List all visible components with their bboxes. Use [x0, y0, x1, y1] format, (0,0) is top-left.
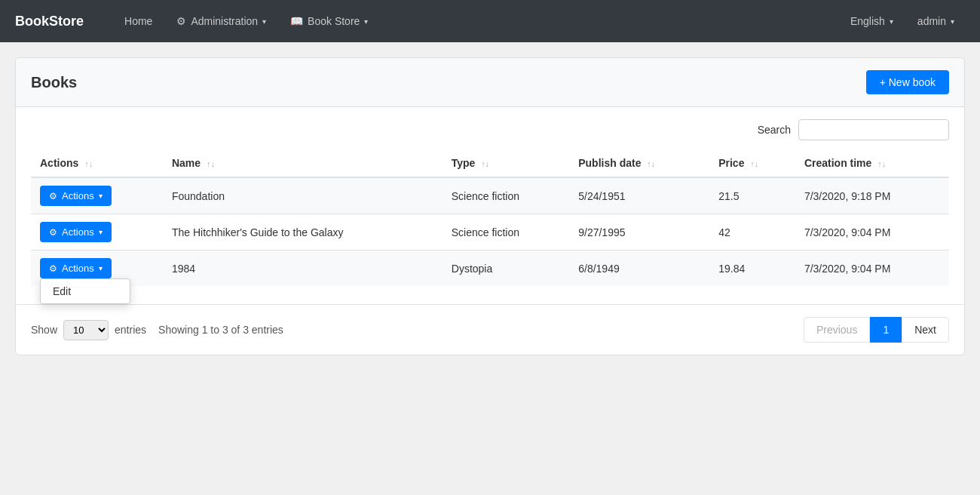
nav-home-label: Home [124, 15, 152, 27]
table-row: ⚙Actions▾EditThe Hitchhiker's Guide to t… [31, 214, 949, 251]
col-publish-date: Publish date ↑↓ [569, 149, 709, 177]
actions-label: Actions [62, 226, 94, 238]
nav-administration[interactable]: ⚙ Administration ▾ [166, 9, 277, 33]
books-table: Actions ↑↓ Name ↑↓ Type ↑↓ Publish dat [31, 149, 949, 286]
cell-type: Science fiction [443, 214, 569, 251]
cell-name: Foundation [163, 177, 443, 214]
actions-caret-icon: ▾ [99, 264, 103, 272]
brand-link[interactable]: BookStore [15, 14, 84, 29]
cell-name: The Hitchhiker's Guide to the Galaxy [163, 214, 443, 251]
sort-creation-icon[interactable]: ↑↓ [877, 159, 886, 168]
card-body: Search Actions ↑↓ Name ↑↓ [16, 107, 964, 298]
nav-right: English ▾ admin ▾ [840, 9, 965, 33]
cell-publish_date: 6/8/1949 [569, 251, 709, 287]
dropdown-item-edit[interactable]: Edit [41, 279, 130, 303]
cell-type: Dystopia [443, 251, 569, 287]
page-title: Books [31, 74, 77, 91]
col-creation-time: Creation time ↑↓ [795, 149, 949, 177]
main-content: Books + New book Search Actions ↑↓ [0, 42, 980, 370]
page-1-button[interactable]: 1 [870, 317, 902, 343]
cell-name: 1984 [163, 251, 443, 287]
table-footer: Show 10 25 50 100 entries Showing 1 to 3… [16, 304, 964, 355]
admin-caret-icon: ▾ [951, 17, 954, 26]
actions-dropdown-wrapper: ⚙Actions▾Edit [40, 186, 112, 206]
sort-date-icon[interactable]: ↑↓ [647, 159, 655, 168]
actions-cell: ⚙Actions▾Edit [31, 177, 163, 214]
pagination: Previous 1 Next [804, 317, 949, 343]
sort-name-icon[interactable]: ↑↓ [207, 159, 215, 168]
bookstore-caret-icon: ▾ [364, 17, 368, 26]
nav-language[interactable]: English ▾ [840, 9, 904, 33]
sort-type-icon[interactable]: ↑↓ [481, 159, 489, 168]
search-input[interactable] [798, 119, 949, 140]
nav-links: Home ⚙ Administration ▾ 📖 Book Store ▾ [114, 9, 822, 33]
cell-creation_time: 7/3/2020, 9:04 PM [795, 251, 949, 287]
col-name: Name ↑↓ [163, 149, 443, 177]
nav-administration-label: Administration [191, 15, 258, 27]
actions-dropdown-wrapper: ⚙Actions▾Edit [40, 222, 112, 242]
language-caret-icon: ▾ [890, 17, 893, 26]
col-price: Price ↑↓ [709, 149, 795, 177]
nav-admin-label: admin [917, 15, 946, 27]
actions-label: Actions [62, 190, 94, 201]
actions-dropdown-menu: Edit [40, 278, 130, 304]
nav-language-label: English [850, 15, 885, 27]
show-entries: Show 10 25 50 100 entries [31, 320, 146, 340]
cell-price: 42 [709, 214, 795, 251]
actions-dropdown-wrapper: ⚙Actions▾Edit [40, 258, 112, 278]
actions-caret-icon: ▾ [99, 228, 103, 236]
nav-admin[interactable]: admin ▾ [907, 9, 965, 33]
cell-type: Science fiction [443, 177, 569, 214]
card-header: Books + New book [16, 58, 964, 107]
table-row: ⚙Actions▾Edit1984Dystopia6/8/194919.847/… [31, 251, 949, 287]
actions-cell: ⚙Actions▾Edit [31, 251, 163, 287]
actions-button[interactable]: ⚙Actions▾ [40, 222, 112, 242]
book-icon: 📖 [290, 15, 303, 27]
sort-actions-icon[interactable]: ↑↓ [84, 159, 93, 168]
entries-select[interactable]: 10 25 50 100 [63, 320, 109, 340]
navbar: BookStore Home ⚙ Administration ▾ 📖 Book… [0, 0, 980, 42]
entries-label: entries [115, 324, 146, 336]
left-footer: Show 10 25 50 100 entries Showing 1 to 3… [31, 320, 283, 340]
previous-button[interactable]: Previous [804, 317, 870, 343]
col-actions: Actions ↑↓ [31, 149, 163, 177]
cell-publish_date: 5/24/1951 [569, 177, 709, 214]
sort-price-icon[interactable]: ↑↓ [750, 159, 758, 168]
cell-price: 21.5 [709, 177, 795, 214]
administration-caret-icon: ▾ [262, 17, 266, 26]
gear-icon: ⚙ [49, 191, 57, 201]
show-label: Show [31, 324, 57, 336]
nav-bookstore[interactable]: 📖 Book Store ▾ [280, 9, 378, 33]
gear-icon: ⚙ [49, 227, 57, 238]
actions-button[interactable]: ⚙Actions▾ [40, 258, 112, 278]
new-book-button[interactable]: + New book [866, 70, 949, 94]
actions-caret-icon: ▾ [99, 192, 103, 200]
actions-button[interactable]: ⚙Actions▾ [40, 186, 112, 206]
search-row: Search [31, 119, 949, 140]
nav-home[interactable]: Home [114, 9, 163, 33]
search-label: Search [758, 124, 791, 136]
col-type: Type ↑↓ [443, 149, 569, 177]
next-button[interactable]: Next [902, 317, 949, 343]
actions-cell: ⚙Actions▾Edit [31, 214, 163, 251]
gear-icon: ⚙ [49, 263, 57, 274]
cell-creation_time: 7/3/2020, 9:04 PM [795, 214, 949, 251]
books-card: Books + New book Search Actions ↑↓ [15, 57, 965, 355]
cell-creation_time: 7/3/2020, 9:18 PM [795, 177, 949, 214]
nav-bookstore-label: Book Store [308, 15, 360, 27]
table-row: ⚙Actions▾EditFoundationScience fiction5/… [31, 177, 949, 214]
cell-publish_date: 9/27/1995 [569, 214, 709, 251]
table-body: ⚙Actions▾EditFoundationScience fiction5/… [31, 177, 949, 286]
showing-text: Showing 1 to 3 of 3 entries [158, 324, 283, 336]
table-header: Actions ↑↓ Name ↑↓ Type ↑↓ Publish dat [31, 149, 949, 177]
wrench-icon: ⚙ [176, 15, 186, 27]
cell-price: 19.84 [709, 251, 795, 287]
actions-label: Actions [62, 263, 94, 274]
